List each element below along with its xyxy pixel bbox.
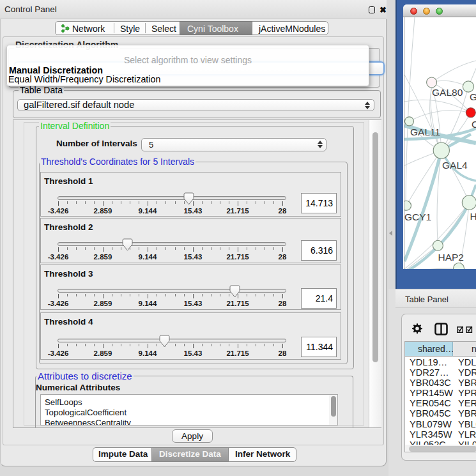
- svg-text:GAL80: GAL80: [432, 87, 463, 98]
- svg-text:HAP2: HAP2: [438, 252, 464, 263]
- svg-text:CY: CY: [472, 119, 476, 130]
- svg-text:GAL4: GAL4: [442, 160, 468, 171]
- svg-text:GCY1: GCY1: [404, 211, 431, 222]
- svg-text:GAL7: GAL7: [470, 91, 476, 102]
- svg-text:GAL11: GAL11: [410, 127, 440, 137]
- svg-text:HO: HO: [470, 211, 476, 222]
